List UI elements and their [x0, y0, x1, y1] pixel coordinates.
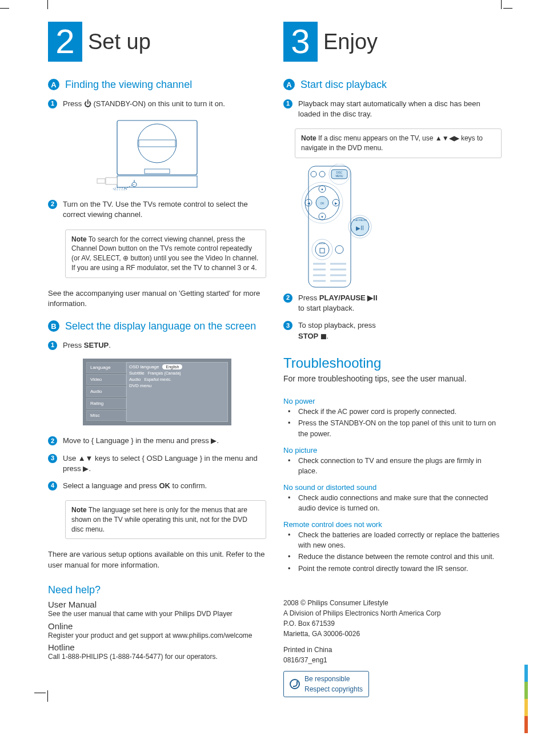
trouble-section-remote: Remote control does not work	[283, 520, 502, 529]
trouble-item: Point the remote control directly toward…	[291, 564, 502, 574]
step-text: Move to { Language } in the menu and pre…	[63, 436, 266, 446]
svg-rect-4	[145, 169, 170, 174]
text: Respect copyrights	[304, 685, 363, 693]
step-text: To stop playback, press STOP ◼.	[298, 320, 398, 341]
legal-line: Marietta, GA 30006-0026	[283, 629, 502, 639]
step-title: Set up	[88, 30, 151, 54]
step-item: 3 To stop playback, press STOP ◼.	[283, 320, 398, 341]
svg-text:PLAY/PAUSE: PLAY/PAUSE	[353, 219, 367, 222]
ok-key-label: OK	[159, 481, 170, 490]
step-number-1: 1	[48, 341, 57, 350]
document-body: 2 Set up A Finding the viewing channel 1…	[48, 16, 502, 695]
legal-line: P.O. Box 671539	[283, 618, 502, 629]
text: to confirm.	[170, 481, 207, 490]
remote-control-illustration: DISC MENU OK ▲ ▼ ◀ ▶ PLAY/PAUSE ▶II	[287, 164, 372, 289]
svg-text:▶II: ▶II	[356, 225, 364, 231]
note-text: To search for the correct viewing channe…	[71, 235, 258, 272]
crop-mark	[0, 8, 9, 9]
trouble-item: Check audio connections and make sure th…	[291, 493, 502, 513]
play-pause-label: PLAY/PAUSE ▶II	[319, 293, 378, 302]
svg-rect-7	[106, 178, 117, 184]
section-title: Finding the viewing channel	[65, 79, 192, 91]
osd-row-label: Audio	[129, 377, 141, 382]
page: 2 Set up A Finding the viewing channel 1…	[0, 0, 545, 756]
section-title: Select the display language on the scree…	[65, 320, 256, 332]
legal-block: 2008 © Philips Consumer Lifestyle A Divi…	[283, 598, 502, 697]
note-box: Note To search for the correct viewing c…	[65, 230, 266, 278]
step-number-1: 1	[283, 99, 292, 108]
note-text: The language set here is only for the me…	[71, 506, 247, 533]
troubleshooting-heading: Troubleshooting	[283, 355, 502, 371]
svg-rect-8	[97, 179, 105, 183]
section-letter-badge: B	[48, 320, 59, 332]
trouble-list: Check the batteries are loaded correctly…	[283, 530, 502, 575]
step-number-2: 2	[48, 200, 57, 209]
text: to start playback.	[298, 304, 354, 312]
setup-key-label: SETUP	[84, 341, 109, 349]
power-icon: ⏻	[84, 99, 91, 109]
recycle-icon	[290, 679, 300, 689]
step-number-4: 4	[48, 481, 57, 490]
section-title: Start disc playback	[300, 79, 387, 91]
trouble-section-no-power: No power	[283, 397, 502, 405]
column-setup: 2 Set up A Finding the viewing channel 1…	[48, 16, 266, 695]
osd-selected-value: English	[162, 364, 182, 369]
help-subhead-manual: User Manual	[48, 600, 266, 609]
step-item: 2Move to { Language } in the menu and pr…	[48, 436, 266, 446]
legal-line: A Division of Philips Electronics North …	[283, 608, 502, 618]
step-text: Playback may start automatically when a …	[298, 99, 502, 119]
trouble-item: Check if the AC power cord is properly c…	[291, 407, 502, 417]
note-label: Note	[301, 134, 316, 142]
legal-line: 2008 © Philips Consumer Lifestyle	[283, 598, 502, 608]
stop-label: STOP ◼	[298, 332, 327, 340]
osd-row-label: DVD menu	[129, 383, 151, 388]
text: (STANDBY-ON) on this unit to turn it on.	[91, 99, 225, 108]
color-registration-bar	[524, 665, 528, 733]
step-item: 1 Press SETUP.	[48, 340, 266, 351]
section-letter-badge: A	[48, 79, 59, 90]
osd-tab-video: Video	[86, 374, 126, 385]
crop-mark	[47, 0, 48, 9]
svg-rect-0	[117, 120, 197, 175]
svg-text:◀: ◀	[307, 202, 310, 205]
svg-rect-3	[139, 140, 175, 147]
section-letter-badge: A	[283, 79, 295, 90]
trouble-list: Check if the AC power cord is properly c…	[283, 407, 502, 440]
step-number-1: 1	[48, 99, 57, 108]
text: .	[109, 341, 111, 349]
svg-text:MENU: MENU	[335, 175, 343, 178]
step-number-2: 2	[283, 293, 292, 303]
svg-rect-5	[117, 176, 197, 187]
step-item: 1 Press ⏻ (STANDBY-ON) on this unit to t…	[48, 99, 266, 109]
text: Be responsible	[304, 675, 350, 683]
trouble-item: Check connection to TV and ensure the pl…	[291, 456, 502, 476]
respect-text: Be responsible Respect copyrights	[304, 674, 363, 694]
step-2-header: 2 Set up	[48, 22, 266, 62]
osd-tab-language: Language	[86, 362, 126, 373]
need-help-heading: Need help?	[48, 584, 266, 596]
step-3-header: 3 Enjoy	[283, 22, 502, 62]
step-item: 2 Turn on the TV. Use the TVs remote con…	[48, 199, 266, 220]
step-item: 4 Select a language and press OK to conf…	[48, 481, 266, 491]
step-number-3: 3	[283, 321, 292, 330]
text: Select a language and press	[63, 481, 159, 490]
trouble-section-no-picture: No picture	[283, 446, 502, 455]
osd-menu-illustration: Language Video Audio Rating Misc OSD lan…	[83, 359, 231, 425]
crop-mark	[34, 693, 46, 693]
osd-left-tabs: Language Video Audio Rating Misc	[86, 362, 126, 422]
trouble-list: Check audio connections and make sure th…	[283, 493, 502, 514]
section-a-header: A Finding the viewing channel	[48, 79, 266, 91]
step-title: Enjoy	[323, 30, 378, 54]
osd-tab-rating: Rating	[86, 398, 126, 409]
svg-point-10	[113, 188, 127, 190]
help-subhead-online: Online	[48, 621, 266, 631]
text: To stop playback, press	[298, 321, 376, 329]
step-number-badge: 2	[48, 22, 82, 62]
crop-mark	[501, 0, 502, 9]
paragraph: There are various setup options availabl…	[48, 549, 266, 570]
svg-text:▶: ▶	[335, 202, 338, 205]
osd-option: Français (Canada)	[148, 371, 181, 376]
step-text: Press SETUP.	[63, 340, 266, 351]
step-text: Press ⏻ (STANDBY-ON) on this unit to tur…	[63, 99, 266, 109]
text: Press	[63, 99, 84, 108]
